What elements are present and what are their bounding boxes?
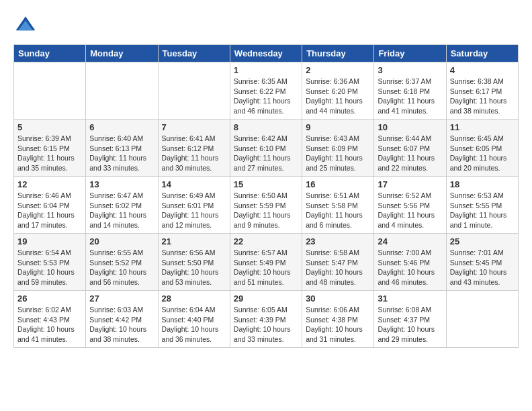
cell-content: Sunrise: 6:02 AM Sunset: 4:43 PM Dayligh… (17, 305, 82, 345)
cell-content: Sunrise: 7:01 AM Sunset: 5:45 PM Dayligh… (450, 248, 515, 287)
calendar-cell (446, 291, 518, 348)
logo-icon (13, 13, 38, 38)
cell-content: Sunrise: 6:51 AM Sunset: 5:58 PM Dayligh… (306, 191, 370, 230)
cell-content: Sunrise: 6:37 AM Sunset: 6:18 PM Dayligh… (378, 77, 442, 116)
day-number: 28 (162, 293, 226, 304)
day-number: 22 (234, 236, 298, 246)
cell-content: Sunrise: 6:54 AM Sunset: 5:53 PM Dayligh… (17, 248, 82, 287)
calendar-cell: 31Sunrise: 6:08 AM Sunset: 4:37 PM Dayli… (374, 291, 446, 348)
day-number: 16 (306, 179, 370, 189)
calendar-cell: 4Sunrise: 6:38 AM Sunset: 6:17 PM Daylig… (446, 62, 518, 120)
header-sunday: Sunday (14, 45, 86, 62)
day-number: 11 (450, 122, 515, 132)
day-number: 9 (306, 122, 370, 132)
calendar-cell: 25Sunrise: 7:01 AM Sunset: 5:45 PM Dayli… (446, 234, 518, 291)
week-row-3: 12Sunrise: 6:46 AM Sunset: 6:04 PM Dayli… (14, 177, 519, 234)
day-number: 3 (378, 65, 442, 75)
day-number: 6 (89, 122, 154, 132)
cell-content: Sunrise: 6:39 AM Sunset: 6:15 PM Dayligh… (17, 134, 82, 173)
week-row-2: 5Sunrise: 6:39 AM Sunset: 6:15 PM Daylig… (14, 120, 519, 177)
day-number: 31 (378, 293, 442, 304)
day-number: 19 (17, 236, 82, 246)
week-row-1: 1Sunrise: 6:35 AM Sunset: 6:22 PM Daylig… (14, 62, 519, 120)
calendar-cell: 26Sunrise: 6:02 AM Sunset: 4:43 PM Dayli… (14, 291, 86, 348)
cell-content: Sunrise: 6:45 AM Sunset: 6:05 PM Dayligh… (450, 134, 515, 173)
calendar-cell: 28Sunrise: 6:04 AM Sunset: 4:40 PM Dayli… (158, 291, 230, 348)
cell-content: Sunrise: 6:41 AM Sunset: 6:12 PM Dayligh… (162, 134, 226, 173)
day-number: 23 (306, 236, 370, 246)
calendar-cell (86, 62, 158, 120)
day-number: 15 (234, 179, 298, 189)
calendar-cell: 8Sunrise: 6:42 AM Sunset: 6:10 PM Daylig… (230, 120, 302, 177)
calendar-cell: 21Sunrise: 6:56 AM Sunset: 5:50 PM Dayli… (158, 234, 230, 291)
calendar-cell: 22Sunrise: 6:57 AM Sunset: 5:49 PM Dayli… (230, 234, 302, 291)
day-number: 18 (450, 179, 515, 189)
calendar-cell: 17Sunrise: 6:52 AM Sunset: 5:56 PM Dayli… (374, 177, 446, 234)
calendar-cell: 6Sunrise: 6:40 AM Sunset: 6:13 PM Daylig… (86, 120, 158, 177)
day-number: 4 (450, 65, 515, 75)
cell-content: Sunrise: 6:36 AM Sunset: 6:20 PM Dayligh… (306, 77, 370, 116)
day-number: 13 (89, 179, 154, 189)
header-thursday: Thursday (302, 45, 374, 62)
day-number: 10 (378, 122, 442, 132)
cell-content: Sunrise: 6:35 AM Sunset: 6:22 PM Dayligh… (234, 77, 298, 116)
cell-content: Sunrise: 6:03 AM Sunset: 4:42 PM Dayligh… (89, 305, 154, 345)
day-number: 8 (234, 122, 298, 132)
calendar-cell: 12Sunrise: 6:46 AM Sunset: 6:04 PM Dayli… (14, 177, 86, 234)
calendar-cell: 5Sunrise: 6:39 AM Sunset: 6:15 PM Daylig… (14, 120, 86, 177)
calendar-cell (158, 62, 230, 120)
header-friday: Friday (374, 45, 446, 62)
cell-content: Sunrise: 6:06 AM Sunset: 4:38 PM Dayligh… (306, 305, 370, 345)
calendar-cell: 10Sunrise: 6:44 AM Sunset: 6:07 PM Dayli… (374, 120, 446, 177)
day-number: 21 (162, 236, 226, 246)
calendar-table: SundayMondayTuesdayWednesdayThursdayFrid… (13, 44, 519, 348)
calendar-cell: 24Sunrise: 7:00 AM Sunset: 5:46 PM Dayli… (374, 234, 446, 291)
cell-content: Sunrise: 6:44 AM Sunset: 6:07 PM Dayligh… (378, 134, 442, 173)
day-number: 30 (306, 293, 370, 304)
calendar-cell: 19Sunrise: 6:54 AM Sunset: 5:53 PM Dayli… (14, 234, 86, 291)
day-number: 20 (89, 236, 154, 246)
cell-content: Sunrise: 6:47 AM Sunset: 6:02 PM Dayligh… (89, 191, 154, 230)
cell-content: Sunrise: 6:46 AM Sunset: 6:04 PM Dayligh… (17, 191, 82, 230)
calendar-cell: 15Sunrise: 6:50 AM Sunset: 5:59 PM Dayli… (230, 177, 302, 234)
page-header (13, 13, 519, 38)
week-row-4: 19Sunrise: 6:54 AM Sunset: 5:53 PM Dayli… (14, 234, 519, 291)
week-row-5: 26Sunrise: 6:02 AM Sunset: 4:43 PM Dayli… (14, 291, 519, 348)
calendar-cell: 14Sunrise: 6:49 AM Sunset: 6:01 PM Dayli… (158, 177, 230, 234)
cell-content: Sunrise: 6:58 AM Sunset: 5:47 PM Dayligh… (306, 248, 370, 287)
cell-content: Sunrise: 6:42 AM Sunset: 6:10 PM Dayligh… (234, 134, 298, 173)
day-number: 27 (89, 293, 154, 304)
cell-content: Sunrise: 6:56 AM Sunset: 5:50 PM Dayligh… (162, 248, 226, 287)
calendar-cell: 20Sunrise: 6:55 AM Sunset: 5:52 PM Dayli… (86, 234, 158, 291)
day-number: 25 (450, 236, 515, 246)
day-number: 7 (162, 122, 226, 132)
cell-content: Sunrise: 6:43 AM Sunset: 6:09 PM Dayligh… (306, 134, 370, 173)
cell-content: Sunrise: 6:49 AM Sunset: 6:01 PM Dayligh… (162, 191, 226, 230)
calendar-cell: 13Sunrise: 6:47 AM Sunset: 6:02 PM Dayli… (86, 177, 158, 234)
calendar-cell: 23Sunrise: 6:58 AM Sunset: 5:47 PM Dayli… (302, 234, 374, 291)
cell-content: Sunrise: 6:40 AM Sunset: 6:13 PM Dayligh… (89, 134, 154, 173)
calendar-cell: 7Sunrise: 6:41 AM Sunset: 6:12 PM Daylig… (158, 120, 230, 177)
day-number: 2 (306, 65, 370, 75)
header-monday: Monday (86, 45, 158, 62)
day-number: 26 (17, 293, 82, 304)
calendar-header-row: SundayMondayTuesdayWednesdayThursdayFrid… (14, 45, 519, 62)
calendar-cell: 2Sunrise: 6:36 AM Sunset: 6:20 PM Daylig… (302, 62, 374, 120)
cell-content: Sunrise: 6:50 AM Sunset: 5:59 PM Dayligh… (234, 191, 298, 230)
cell-content: Sunrise: 7:00 AM Sunset: 5:46 PM Dayligh… (378, 248, 442, 287)
day-number: 12 (17, 179, 82, 189)
cell-content: Sunrise: 6:53 AM Sunset: 5:55 PM Dayligh… (450, 191, 515, 230)
calendar-cell: 3Sunrise: 6:37 AM Sunset: 6:18 PM Daylig… (374, 62, 446, 120)
day-number: 24 (378, 236, 442, 246)
header-wednesday: Wednesday (230, 45, 302, 62)
calendar-cell: 9Sunrise: 6:43 AM Sunset: 6:09 PM Daylig… (302, 120, 374, 177)
day-number: 17 (378, 179, 442, 189)
day-number: 1 (234, 65, 298, 75)
calendar-cell: 1Sunrise: 6:35 AM Sunset: 6:22 PM Daylig… (230, 62, 302, 120)
calendar-cell: 11Sunrise: 6:45 AM Sunset: 6:05 PM Dayli… (446, 120, 518, 177)
cell-content: Sunrise: 6:04 AM Sunset: 4:40 PM Dayligh… (162, 305, 226, 345)
calendar-cell: 30Sunrise: 6:06 AM Sunset: 4:38 PM Dayli… (302, 291, 374, 348)
day-number: 14 (162, 179, 226, 189)
header-saturday: Saturday (446, 45, 518, 62)
cell-content: Sunrise: 6:38 AM Sunset: 6:17 PM Dayligh… (450, 77, 515, 116)
